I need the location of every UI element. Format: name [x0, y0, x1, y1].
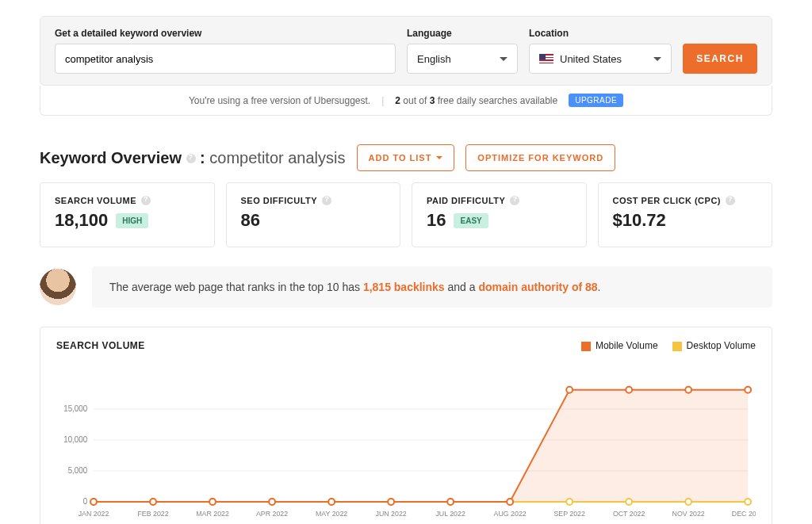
svg-point-16 — [566, 499, 573, 505]
add-to-list-label: ADD TO LIST — [369, 153, 432, 163]
svg-text:MAY 2022: MAY 2022 — [316, 510, 347, 518]
svg-text:MAR 2022: MAR 2022 — [196, 510, 229, 518]
insight-text: The average web page that ranks in the t… — [92, 266, 772, 308]
svg-point-25 — [388, 499, 394, 505]
svg-text:FEB 2022: FEB 2022 — [137, 510, 168, 518]
free-version-bar: You're using a free version of Ubersugge… — [40, 86, 772, 116]
divider: | — [381, 95, 384, 106]
location-value: United States — [560, 53, 622, 65]
metric-paid-difficulty: PAID DIFFICULTY 16EASY — [412, 182, 587, 247]
chevron-down-icon — [500, 57, 508, 61]
keyword-display: competitor analysis — [209, 149, 345, 166]
language-label: Language — [407, 28, 518, 39]
metric-search-volume: SEARCH VOLUME 18,100HIGH — [40, 182, 215, 247]
chevron-down-icon — [436, 156, 442, 159]
metric-value: $10.72 — [613, 210, 666, 231]
location-field-group: Location United States — [529, 28, 672, 74]
svg-text:NOV 2022: NOV 2022 — [672, 510, 705, 518]
info-icon[interactable] — [141, 196, 151, 205]
svg-point-21 — [150, 499, 156, 505]
metric-badge: HIGH — [116, 213, 148, 228]
info-icon[interactable] — [510, 196, 519, 205]
svg-text:10,000: 10,000 — [63, 435, 87, 444]
free-suffix: free daily searches available — [438, 95, 557, 106]
insight-mid: and a — [445, 281, 479, 293]
insight-authority: domain authority of 88 — [478, 281, 597, 293]
metric-badge: EASY — [454, 213, 488, 228]
legend-mobile: Mobile Volume — [581, 340, 658, 351]
metrics-row: SEARCH VOLUME 18,100HIGH SEO DIFFICULTY … — [40, 182, 772, 247]
metric-cpc: COST PER CLICK (CPC) $10.72 — [598, 182, 773, 247]
svg-text:OCT 2022: OCT 2022 — [613, 510, 645, 518]
insight-post: . — [598, 281, 601, 293]
legend-mobile-label: Mobile Volume — [596, 340, 658, 351]
free-version-text: You're using a free version of Ubersugge… — [189, 95, 370, 106]
svg-point-28 — [566, 387, 573, 393]
svg-point-17 — [626, 499, 632, 505]
svg-point-31 — [745, 387, 751, 393]
legend-desktop: Desktop Volume — [672, 340, 756, 351]
metric-value: 16 — [427, 210, 446, 231]
svg-text:DEC 2022: DEC 2022 — [732, 510, 756, 518]
overview-header: Keyword Overview : competitor analysis A… — [40, 144, 772, 171]
svg-point-29 — [626, 387, 632, 393]
info-icon[interactable] — [186, 154, 196, 163]
search-button[interactable]: SEARCH — [683, 44, 757, 74]
keyword-label: Get a detailed keyword overview — [55, 28, 396, 39]
svg-text:5,000: 5,000 — [68, 466, 88, 475]
svg-point-26 — [447, 499, 454, 505]
remaining-count: 2 — [395, 95, 400, 106]
search-volume-chart-card: SEARCH VOLUME Mobile Volume Desktop Volu… — [40, 327, 772, 524]
language-value: English — [417, 53, 451, 65]
metric-label: PAID DIFFICULTY — [427, 196, 505, 205]
legend-swatch-icon — [581, 342, 591, 351]
metric-seo-difficulty: SEO DIFFICULTY 86 — [226, 182, 401, 247]
svg-text:0: 0 — [83, 497, 88, 506]
chart-header: SEARCH VOLUME Mobile Volume Desktop Volu… — [56, 340, 756, 351]
svg-text:SEP 2022: SEP 2022 — [553, 510, 585, 518]
svg-point-23 — [269, 499, 275, 505]
svg-text:JUN 2022: JUN 2022 — [376, 510, 407, 518]
legend-desktop-label: Desktop Volume — [687, 340, 756, 351]
svg-point-27 — [507, 499, 513, 505]
svg-text:JAN 2022: JAN 2022 — [79, 510, 109, 518]
metric-label: COST PER CLICK (CPC) — [613, 196, 722, 205]
insight-row: The average web page that ranks in the t… — [40, 266, 772, 308]
avatar — [40, 269, 76, 305]
chevron-down-icon — [653, 57, 661, 61]
language-field-group: Language English — [407, 28, 518, 74]
svg-point-19 — [745, 499, 751, 505]
chart-title: SEARCH VOLUME — [56, 340, 145, 351]
search-volume-chart: 05,00010,00015,000JAN 2022FEB 2022MAR 20… — [56, 362, 756, 521]
svg-point-20 — [90, 499, 97, 505]
legend-swatch-icon — [672, 342, 682, 351]
svg-point-18 — [685, 499, 691, 505]
svg-point-22 — [209, 499, 216, 505]
us-flag-icon — [539, 54, 553, 63]
info-icon[interactable] — [322, 196, 331, 205]
svg-text:JUL 2022: JUL 2022 — [435, 510, 465, 518]
total-count: 3 — [430, 95, 435, 106]
keyword-input[interactable] — [55, 44, 396, 74]
page-title: Keyword Overview : competitor analysis — [40, 149, 346, 167]
metric-value: 86 — [241, 210, 260, 231]
keyword-field-group: Get a detailed keyword overview — [55, 28, 396, 74]
search-panel: Get a detailed keyword overview Language… — [40, 16, 772, 86]
svg-text:15,000: 15,000 — [63, 404, 87, 413]
optimize-button[interactable]: OPTIMIZE FOR KEYWORD — [465, 144, 615, 171]
free-searches-text: 2 out of 3 free daily searches available — [395, 95, 557, 106]
page-title-text: Keyword Overview — [40, 149, 182, 166]
svg-point-30 — [685, 387, 691, 393]
location-select[interactable]: United States — [529, 44, 672, 74]
svg-text:APR 2022: APR 2022 — [256, 510, 288, 518]
add-to-list-button[interactable]: ADD TO LIST — [357, 144, 455, 171]
metric-label: SEARCH VOLUME — [55, 196, 136, 205]
upgrade-button[interactable]: UPGRADE — [569, 94, 623, 107]
location-label: Location — [529, 28, 672, 39]
insight-pre: The average web page that ranks in the t… — [109, 281, 363, 293]
metric-value: 18,100 — [55, 210, 108, 231]
language-select[interactable]: English — [407, 44, 518, 74]
metric-label: SEO DIFFICULTY — [241, 196, 318, 205]
svg-point-24 — [328, 499, 335, 505]
info-icon[interactable] — [726, 196, 735, 205]
